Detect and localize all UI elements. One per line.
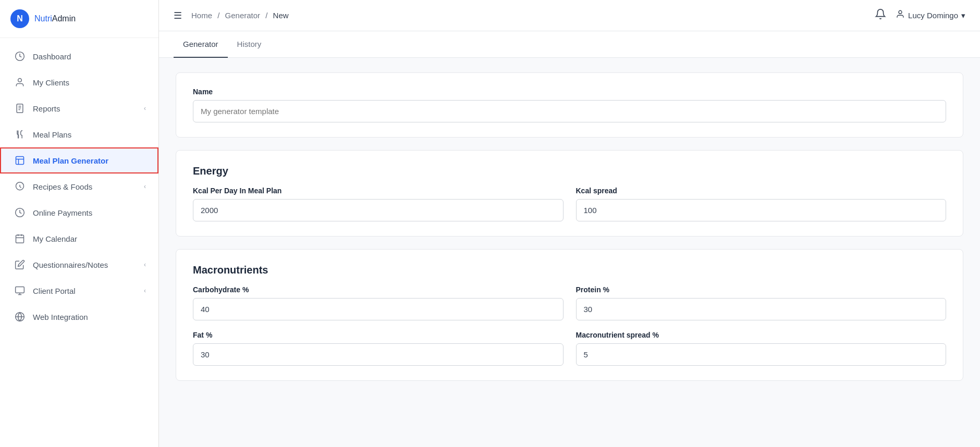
topbar-right: Lucy Domingo ▾ <box>875 8 965 22</box>
svg-rect-11 <box>16 235 24 243</box>
topbar: ☰ Home / Generator / New Lucy Domingo ▾ <box>159 0 980 31</box>
clock-icon <box>14 51 26 62</box>
name-section: Name <box>176 72 963 138</box>
sidebar-item-questionnaires-notes[interactable]: Questionnaires/Notes ‹ <box>0 252 158 278</box>
person-icon <box>14 77 26 88</box>
tab-history[interactable]: History <box>228 31 271 58</box>
carbohydrate-input[interactable] <box>193 298 564 320</box>
macro-row-1: Carbohydrate % Protein % <box>193 285 946 320</box>
energy-title: Energy <box>193 165 946 177</box>
name-field-group: Name <box>193 88 946 122</box>
macronutrient-spread-field: Macronutrient spread % <box>576 331 947 366</box>
fat-input[interactable] <box>193 343 564 366</box>
logo-text: NutriAdmin <box>34 14 76 23</box>
sidebar-item-label: Reports <box>33 104 60 113</box>
user-name: Lucy Domingo <box>908 11 958 20</box>
svg-rect-7 <box>16 157 24 165</box>
recipes-icon <box>14 181 26 192</box>
name-input[interactable] <box>193 100 946 122</box>
content-area: Name Energy Kcal Per Day In Meal Plan Kc… <box>159 58 980 447</box>
sidebar-item-label: Recipes & Foods <box>33 182 92 191</box>
hamburger-button[interactable]: ☰ <box>174 10 182 21</box>
kcal-per-day-label: Kcal Per Day In Meal Plan <box>193 187 564 195</box>
notes-icon <box>14 259 26 270</box>
portal-icon <box>14 285 26 296</box>
protein-input[interactable] <box>576 298 947 320</box>
macronutrient-spread-input[interactable] <box>576 343 947 366</box>
user-chevron: ▾ <box>961 11 965 20</box>
sidebar-item-meal-plans[interactable]: Meal Plans <box>0 121 158 147</box>
user-menu[interactable]: Lucy Domingo ▾ <box>896 9 965 21</box>
sidebar-item-label: Dashboard <box>33 52 71 61</box>
logo-admin: Admin <box>52 14 76 23</box>
chevron-icon: ‹ <box>144 261 146 268</box>
sidebar-item-label: Questionnaires/Notes <box>33 260 108 269</box>
sidebar-item-label: My Calendar <box>33 234 77 243</box>
breadcrumb-generator[interactable]: Generator <box>225 11 261 20</box>
chevron-icon: ‹ <box>144 183 146 190</box>
carbohydrate-field: Carbohydrate % <box>193 285 564 320</box>
breadcrumb-sep2: / <box>265 11 267 20</box>
fat-label: Fat % <box>193 331 564 339</box>
sidebar-item-label: Online Payments <box>33 208 92 217</box>
logo-icon: N <box>10 9 29 28</box>
svg-point-20 <box>899 10 902 14</box>
payments-icon <box>14 207 26 218</box>
breadcrumb-current: New <box>273 11 289 20</box>
breadcrumb-sep1: / <box>217 11 219 20</box>
kcal-spread-label: Kcal spread <box>576 187 947 195</box>
sidebar-item-meal-plan-generator[interactable]: Meal Plan Generator <box>0 147 158 173</box>
calendar-icon <box>14 233 26 244</box>
chevron-icon: ‹ <box>144 105 146 112</box>
sidebar-nav: Dashboard My Clients Reports ‹ Meal Plan… <box>0 38 158 447</box>
breadcrumb-home[interactable]: Home <box>191 11 212 20</box>
name-label: Name <box>193 88 946 96</box>
macronutrient-spread-label: Macronutrient spread % <box>576 331 947 339</box>
fat-field: Fat % <box>193 331 564 366</box>
kcal-spread-input[interactable] <box>576 199 947 221</box>
form-content: Name Energy Kcal Per Day In Meal Plan Kc… <box>159 58 980 408</box>
sidebar-item-online-payments[interactable]: Online Payments <box>0 200 158 226</box>
sidebar-item-web-integration[interactable]: Web Integration <box>0 304 158 330</box>
sidebar-item-dashboard[interactable]: Dashboard <box>0 43 158 69</box>
sidebar-item-my-calendar[interactable]: My Calendar <box>0 226 158 252</box>
logo-nutri: Nutri <box>34 14 52 23</box>
protein-label: Protein % <box>576 285 947 294</box>
sidebar-item-client-portal[interactable]: Client Portal ‹ <box>0 278 158 304</box>
sidebar-item-label: Web Integration <box>33 313 88 321</box>
main: ☰ Home / Generator / New Lucy Domingo ▾ <box>159 0 980 447</box>
logo[interactable]: N NutriAdmin <box>0 0 158 38</box>
user-icon <box>896 9 905 21</box>
sidebar-item-label: Client Portal <box>33 287 76 295</box>
breadcrumb: Home / Generator / New <box>191 11 289 20</box>
bell-icon[interactable] <box>875 8 886 22</box>
sidebar-item-label: Meal Plan Generator <box>33 156 108 165</box>
svg-rect-2 <box>17 104 23 113</box>
kcal-per-day-field: Kcal Per Day In Meal Plan <box>193 187 564 221</box>
sidebar-item-my-clients[interactable]: My Clients <box>0 69 158 95</box>
carbohydrate-label: Carbohydrate % <box>193 285 564 294</box>
utensils-icon <box>14 129 26 140</box>
tab-generator[interactable]: Generator <box>174 31 228 58</box>
protein-field: Protein % <box>576 285 947 320</box>
web-icon <box>14 311 26 322</box>
sidebar: N NutriAdmin Dashboard My Clients Report… <box>0 0 159 447</box>
generator-icon <box>14 155 26 166</box>
sidebar-item-label: Meal Plans <box>33 130 71 139</box>
sidebar-item-label: My Clients <box>33 78 69 87</box>
kcal-spread-field: Kcal spread <box>576 187 947 221</box>
energy-row: Kcal Per Day In Meal Plan Kcal spread <box>193 187 946 221</box>
file-icon <box>14 103 26 114</box>
sidebar-item-recipes-foods[interactable]: Recipes & Foods ‹ <box>0 173 158 200</box>
tabs: Generator History <box>159 31 980 58</box>
macronutrients-title: Macronutrients <box>193 264 946 276</box>
topbar-left: ☰ Home / Generator / New <box>174 10 289 21</box>
energy-section: Energy Kcal Per Day In Meal Plan Kcal sp… <box>176 150 963 237</box>
sidebar-item-reports[interactable]: Reports ‹ <box>0 95 158 121</box>
svg-rect-15 <box>16 287 24 293</box>
macronutrients-section: Macronutrients Carbohydrate % Protein % … <box>176 249 963 381</box>
chevron-icon: ‹ <box>144 287 146 294</box>
kcal-per-day-input[interactable] <box>193 199 564 221</box>
svg-point-1 <box>18 79 22 82</box>
macro-row-2: Fat % Macronutrient spread % <box>193 331 946 366</box>
